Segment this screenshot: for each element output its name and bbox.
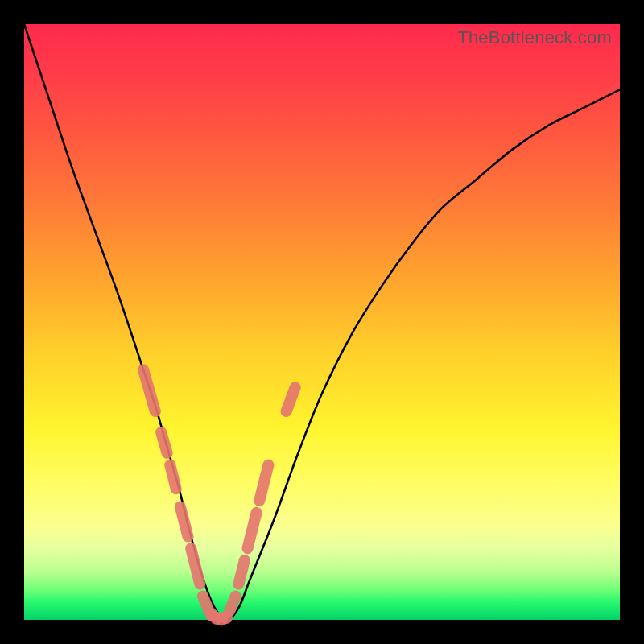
chart-svg — [24, 24, 620, 620]
marker-segment — [191, 548, 200, 584]
marker-segment — [170, 465, 175, 489]
marker-segment — [229, 596, 235, 611]
marker-segment — [248, 513, 257, 548]
marker-dot — [220, 611, 233, 624]
marker-segment — [238, 560, 244, 584]
marker-segment — [287, 387, 295, 411]
marker-segment — [180, 506, 188, 536]
bottleneck-curve — [24, 24, 620, 620]
marker-segment — [161, 432, 167, 453]
plot-area: TheBottleneck.com — [24, 24, 620, 620]
marker-segment — [203, 596, 208, 611]
marker-layer — [143, 369, 295, 625]
marker-segment — [259, 465, 268, 501]
chart-frame: TheBottleneck.com — [0, 0, 644, 644]
marker-segment — [143, 369, 155, 411]
